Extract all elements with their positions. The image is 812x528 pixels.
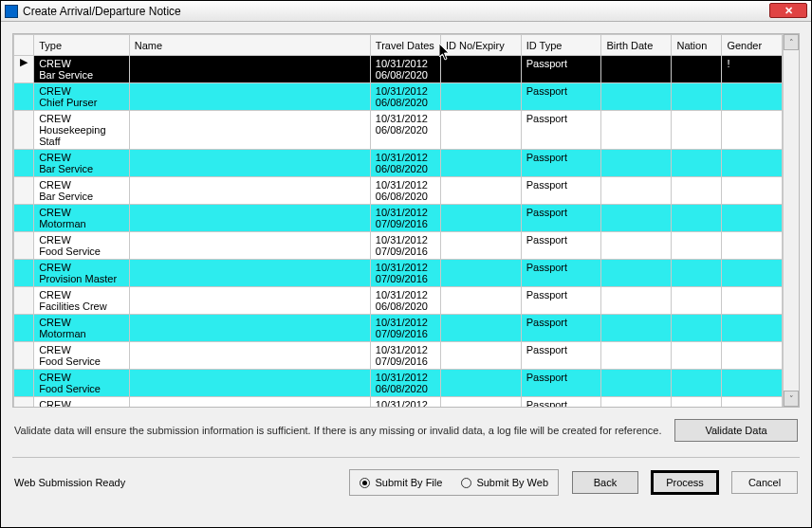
- cell-id-no[interactable]: [440, 205, 521, 232]
- cell-name[interactable]: [129, 111, 370, 150]
- col-idtype[interactable]: ID Type: [521, 35, 601, 56]
- cell-type[interactable]: CREWProvision Master: [34, 260, 130, 287]
- cancel-button[interactable]: Cancel: [731, 471, 798, 494]
- cell-nation[interactable]: [672, 205, 722, 232]
- cell-gender[interactable]: [722, 177, 783, 205]
- cell-type[interactable]: CREWMotorman: [34, 315, 130, 342]
- cell-birth-date[interactable]: [601, 287, 672, 315]
- cell-travel-dates[interactable]: 10/31/201207/09/2016: [370, 315, 440, 342]
- cell-gender[interactable]: !: [722, 56, 783, 83]
- cell-name[interactable]: [129, 232, 370, 260]
- cell-gender[interactable]: [722, 205, 783, 232]
- cell-gender[interactable]: [722, 260, 783, 287]
- cell-id-type[interactable]: Passport: [521, 260, 601, 287]
- table-row[interactable]: CREWFood Service10/31/201206/08/2020Pass…: [14, 397, 783, 408]
- scroll-down-icon[interactable]: ˅: [784, 391, 799, 407]
- cell-travel-dates[interactable]: 10/31/201207/09/2016: [370, 342, 440, 370]
- validate-button[interactable]: Validate Data: [674, 419, 798, 442]
- radio-submit-by-file[interactable]: Submit By File: [360, 477, 442, 488]
- cell-type[interactable]: CREWFood Service: [34, 370, 130, 397]
- cell-type[interactable]: CREWBar Service: [34, 56, 130, 83]
- close-button[interactable]: ✕: [769, 3, 807, 18]
- cell-birth-date[interactable]: [601, 315, 672, 342]
- cell-gender[interactable]: [722, 342, 783, 370]
- cell-id-type[interactable]: Passport: [521, 315, 601, 342]
- cell-travel-dates[interactable]: 10/31/201206/08/2020: [370, 370, 440, 397]
- cell-id-type[interactable]: Passport: [521, 83, 601, 111]
- cell-nation[interactable]: [672, 342, 722, 370]
- col-travel[interactable]: Travel Dates: [370, 35, 440, 56]
- cell-gender[interactable]: [722, 150, 783, 177]
- cell-id-no[interactable]: [440, 56, 521, 83]
- cell-type[interactable]: CREWFood Service: [34, 342, 130, 370]
- cell-travel-dates[interactable]: 10/31/201207/09/2016: [370, 205, 440, 232]
- cell-gender[interactable]: [722, 232, 783, 260]
- cell-name[interactable]: [129, 260, 370, 287]
- cell-name[interactable]: [129, 315, 370, 342]
- cell-birth-date[interactable]: [601, 205, 672, 232]
- cell-id-no[interactable]: [440, 83, 521, 111]
- cell-name[interactable]: [129, 205, 370, 232]
- table-row[interactable]: CREWMotorman10/31/201207/09/2016Passport: [14, 205, 783, 232]
- cell-name[interactable]: [129, 370, 370, 397]
- cell-id-type[interactable]: Passport: [521, 232, 601, 260]
- cell-gender[interactable]: [722, 370, 783, 397]
- cell-travel-dates[interactable]: 10/31/201206/08/2020: [370, 83, 440, 111]
- cell-type[interactable]: CREWFacilities Crew: [34, 287, 130, 315]
- cell-travel-dates[interactable]: 10/31/201206/08/2020: [370, 397, 440, 408]
- cell-travel-dates[interactable]: 10/31/201206/08/2020: [370, 111, 440, 150]
- cell-birth-date[interactable]: [601, 150, 672, 177]
- cell-type[interactable]: CREWChief Purser: [34, 83, 130, 111]
- cell-nation[interactable]: [672, 83, 722, 111]
- cell-type[interactable]: CREWFood Service: [34, 232, 130, 260]
- cell-birth-date[interactable]: [601, 111, 672, 150]
- table-row[interactable]: CREWFood Service10/31/201207/09/2016Pass…: [14, 232, 783, 260]
- cell-birth-date[interactable]: [601, 260, 672, 287]
- cell-birth-date[interactable]: [601, 342, 672, 370]
- cell-id-no[interactable]: [440, 260, 521, 287]
- cell-type[interactable]: CREWFood Service: [34, 397, 130, 408]
- cell-travel-dates[interactable]: 10/31/201206/08/2020: [370, 150, 440, 177]
- cell-gender[interactable]: [722, 315, 783, 342]
- cell-id-type[interactable]: Passport: [521, 111, 601, 150]
- vertical-scrollbar[interactable]: ˄ ˅: [783, 34, 799, 407]
- cell-name[interactable]: [129, 83, 370, 111]
- cell-birth-date[interactable]: [601, 370, 672, 397]
- cell-name[interactable]: [129, 150, 370, 177]
- cell-birth-date[interactable]: [601, 56, 672, 83]
- table-row[interactable]: CREWHousekeeping Staff10/31/201206/08/20…: [14, 111, 783, 150]
- cell-id-type[interactable]: Passport: [521, 205, 601, 232]
- cell-travel-dates[interactable]: 10/31/201206/08/2020: [370, 287, 440, 315]
- cell-type[interactable]: CREWHousekeeping Staff: [34, 111, 130, 150]
- cell-nation[interactable]: [672, 260, 722, 287]
- cell-nation[interactable]: [672, 397, 722, 408]
- cell-birth-date[interactable]: [601, 83, 672, 111]
- cell-id-no[interactable]: [440, 111, 521, 150]
- title-bar[interactable]: Create Arrival/Departure Notice ✕: [1, 1, 811, 22]
- table-row[interactable]: CREWProvision Master10/31/201207/09/2016…: [14, 260, 783, 287]
- col-idno[interactable]: ID No/Expiry: [440, 35, 521, 56]
- cell-travel-dates[interactable]: 10/31/201206/08/2020: [370, 56, 440, 83]
- cell-id-no[interactable]: [440, 315, 521, 342]
- cell-travel-dates[interactable]: 10/31/201206/08/2020: [370, 177, 440, 205]
- back-button[interactable]: Back: [572, 471, 638, 494]
- cell-id-no[interactable]: [440, 342, 521, 370]
- scroll-up-icon[interactable]: ˄: [784, 34, 799, 50]
- cell-nation[interactable]: [672, 232, 722, 260]
- col-gender[interactable]: Gender: [722, 35, 783, 56]
- cell-type[interactable]: CREWBar Service: [34, 150, 130, 177]
- cell-id-type[interactable]: Passport: [521, 397, 601, 408]
- cell-birth-date[interactable]: [601, 232, 672, 260]
- cell-id-type[interactable]: Passport: [521, 150, 601, 177]
- cell-nation[interactable]: [672, 287, 722, 315]
- table-row[interactable]: CREWMotorman10/31/201207/09/2016Passport: [14, 315, 783, 342]
- data-grid[interactable]: Type Name Travel Dates ID No/Expiry ID T…: [12, 33, 800, 408]
- table-row[interactable]: CREWChief Purser10/31/201206/08/2020Pass…: [14, 83, 783, 111]
- cell-gender[interactable]: [722, 111, 783, 150]
- cell-id-no[interactable]: [440, 232, 521, 260]
- cell-gender[interactable]: [722, 287, 783, 315]
- cell-gender[interactable]: [722, 397, 783, 408]
- col-name[interactable]: Name: [129, 35, 370, 56]
- cell-nation[interactable]: [672, 150, 722, 177]
- table-row[interactable]: CREWFacilities Crew10/31/201206/08/2020P…: [14, 287, 783, 315]
